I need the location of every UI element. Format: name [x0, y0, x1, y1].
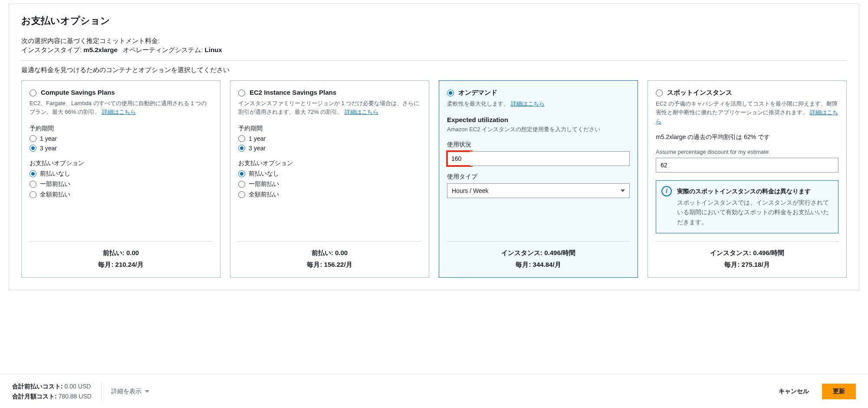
monthly-cost: 毎月: 344.84/月 — [447, 259, 630, 270]
info-title: 実際のスポットインスタンスの料金は異なります — [677, 187, 832, 196]
pay-none[interactable]: 前払いなし — [30, 170, 212, 178]
usage-label: 使用状況 — [447, 141, 630, 149]
card-desc: 柔軟性を最大化します。 詳細はこちら — [447, 100, 630, 109]
learn-more-link[interactable]: 詳細はこちら — [345, 109, 378, 115]
term-1year[interactable]: 1 year — [238, 135, 421, 142]
card-title: スポットインスタンス — [667, 89, 732, 97]
card-desc: インスタンスファミリーとリージョンが 1 つだけ必要な場合は、さらに割引が適用さ… — [238, 99, 421, 117]
divider — [21, 60, 847, 61]
expected-utilization-desc: Amazon EC2 インスタンスの想定使用量を入力してください — [447, 125, 630, 134]
learn-more-link[interactable]: 詳細はこちら — [511, 100, 545, 107]
radio-spot[interactable] — [656, 90, 663, 96]
card-ondemand[interactable]: オンデマンド 柔軟性を最大化します。 詳細はこちら Expected utili… — [439, 80, 638, 278]
card-title: Compute Savings Plans — [41, 89, 115, 96]
divider — [447, 241, 630, 242]
radio-ondemand[interactable] — [447, 90, 454, 96]
term-3year[interactable]: 3 year — [238, 145, 421, 152]
usage-type-select[interactable]: Hours / Week — [447, 183, 630, 198]
assume-discount-input[interactable] — [656, 158, 838, 172]
panel-title: お支払いオプション — [21, 14, 847, 27]
help-text: 最適な料金を見つけるためのコンテナとオプションを選択してください — [21, 66, 847, 74]
term-label: 予約期間 — [30, 125, 212, 133]
payment-option-label: お支払いオプション — [238, 159, 421, 167]
radio-1year[interactable] — [238, 135, 245, 142]
monthly-cost: 毎月: 210.24/月 — [30, 259, 212, 270]
divider — [656, 241, 838, 242]
radio-ec2-savings-plans[interactable] — [238, 90, 245, 96]
card-title: オンデマンド — [458, 89, 497, 97]
radio-pay-none[interactable] — [30, 170, 36, 177]
term-1year[interactable]: 1 year — [30, 135, 212, 142]
upfront-cost: 前払い: 0.00 — [238, 247, 421, 259]
spot-info-box: i 実際のスポットインスタンスの料金は異なります スポットインスタンスでは、イン… — [656, 180, 838, 233]
divider — [238, 241, 421, 242]
card-compute-savings-plans[interactable]: Compute Savings Plans EC2、Fargate、Lambda… — [21, 80, 220, 278]
term-label: 予約期間 — [238, 125, 421, 133]
info-body: スポットインスタンスでは、インスタンスが実行されている期間において有効なスポット… — [677, 198, 832, 227]
pay-full[interactable]: 全額前払い — [238, 191, 421, 199]
card-ec2-savings-plans[interactable]: EC2 Instance Savings Plans インスタンスファミリーとリ… — [230, 80, 429, 278]
info-icon: i — [661, 186, 672, 196]
card-desc: EC2、Fargate、Lambda のすべての使用に自動的に適用される 1 つ… — [30, 99, 212, 117]
radio-compute-savings-plans[interactable] — [30, 90, 36, 96]
instance-rate: インスタンス: 0.496/時間 — [656, 247, 838, 259]
usage-type-value: Hours / Week — [452, 187, 489, 194]
commitment-summary-details: インスタンスタイプ: m5.2xlarge オペレーティングシステム: Linu… — [21, 46, 847, 54]
usage-input-rest[interactable] — [470, 151, 630, 166]
assume-discount-label: Assume percentage discount for my estima… — [656, 149, 838, 155]
learn-more-link[interactable]: 詳細はこちら — [102, 109, 136, 115]
radio-3year[interactable] — [238, 145, 245, 152]
historical-discount: m5.2xlarge の過去の平均割引は 62% です — [656, 133, 838, 142]
pay-partial[interactable]: 一部前払い — [30, 180, 212, 188]
monthly-cost: 毎月: 275.18/月 — [656, 259, 838, 270]
commitment-summary-intro: 次の選択内容に基づく推定コミットメント料金: — [21, 36, 847, 46]
radio-pay-partial[interactable] — [238, 181, 245, 188]
payment-option-label: お支払いオプション — [30, 159, 212, 167]
monthly-cost: 毎月: 156.22/月 — [238, 259, 421, 270]
radio-pay-full[interactable] — [238, 191, 245, 198]
pricing-cards: Compute Savings Plans EC2、Fargate、Lambda… — [21, 80, 847, 278]
pay-full[interactable]: 全額前払い — [30, 191, 212, 199]
card-title: EC2 Instance Savings Plans — [250, 89, 336, 96]
usage-input[interactable] — [447, 151, 472, 166]
divider — [30, 241, 212, 242]
radio-pay-full[interactable] — [30, 191, 36, 198]
radio-pay-none[interactable] — [238, 170, 245, 177]
card-desc: EC2 の予備のキャパシティを活用してコストを最小限に抑えます。耐障害性と耐中断… — [656, 100, 838, 126]
upfront-cost: 前払い: 0.00 — [30, 247, 212, 259]
pay-none[interactable]: 前払いなし — [238, 170, 421, 178]
pay-partial[interactable]: 一部前払い — [238, 180, 421, 188]
caret-down-icon — [621, 189, 625, 192]
payment-options-panel: お支払いオプション 次の選択内容に基づく推定コミットメント料金: インスタンスタ… — [9, 3, 859, 290]
radio-3year[interactable] — [30, 145, 36, 152]
term-3year[interactable]: 3 year — [30, 145, 212, 152]
usage-type-label: 使用タイプ — [447, 173, 630, 181]
radio-pay-partial[interactable] — [30, 181, 36, 188]
card-spot[interactable]: スポットインスタンス EC2 の予備のキャパシティを活用してコストを最小限に抑え… — [648, 80, 847, 278]
expected-utilization-title: Expected utilization — [447, 116, 630, 123]
instance-rate: インスタンス: 0.496/時間 — [447, 247, 630, 259]
radio-1year[interactable] — [30, 135, 36, 142]
